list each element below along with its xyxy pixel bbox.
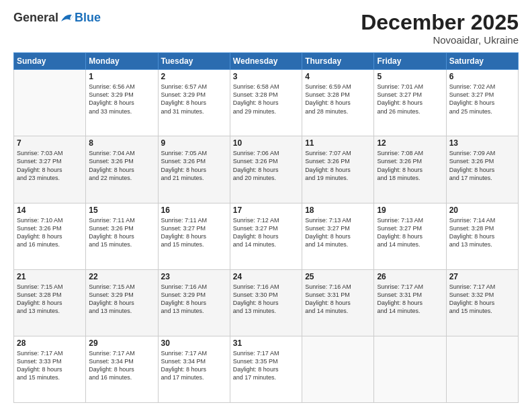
calendar-cell: 5Sunrise: 7:01 AM Sunset: 3:27 PM Daylig… [374,70,446,136]
day-info: Sunrise: 7:17 AM Sunset: 3:33 PM Dayligh… [17,349,83,382]
day-info: Sunrise: 7:17 AM Sunset: 3:34 PM Dayligh… [161,349,227,382]
calendar-cell: 24Sunrise: 7:16 AM Sunset: 3:30 PM Dayli… [230,269,302,336]
calendar-cell: 19Sunrise: 7:13 AM Sunset: 3:27 PM Dayli… [374,203,446,269]
day-info: Sunrise: 7:17 AM Sunset: 3:31 PM Dayligh… [377,283,443,316]
day-number: 21 [17,272,83,281]
day-number: 29 [89,338,154,348]
day-info: Sunrise: 7:16 AM Sunset: 3:30 PM Dayligh… [233,283,299,316]
calendar-week-row: 14Sunrise: 7:10 AM Sunset: 3:26 PM Dayli… [14,203,519,269]
day-number: 25 [305,272,371,281]
calendar-cell: 31Sunrise: 7:17 AM Sunset: 3:35 PM Dayli… [230,336,302,402]
day-number: 10 [233,138,299,148]
day-info: Sunrise: 7:11 AM Sunset: 3:27 PM Dayligh… [161,216,227,249]
weekday-header-sunday: Sunday [14,53,86,70]
month-title: December 2025 [361,11,519,34]
day-number: 7 [17,138,83,148]
calendar-cell [374,336,446,402]
day-number: 26 [377,272,443,281]
day-info: Sunrise: 7:15 AM Sunset: 3:29 PM Dayligh… [89,283,154,316]
day-info: Sunrise: 7:09 AM Sunset: 3:26 PM Dayligh… [449,149,515,182]
day-info: Sunrise: 6:58 AM Sunset: 3:28 PM Dayligh… [233,83,299,116]
calendar-cell: 18Sunrise: 7:13 AM Sunset: 3:27 PM Dayli… [302,203,374,269]
day-number: 28 [17,338,83,348]
day-number: 22 [89,272,154,281]
day-number: 2 [161,72,227,81]
day-number: 23 [161,272,227,281]
calendar-cell: 28Sunrise: 7:17 AM Sunset: 3:33 PM Dayli… [14,336,86,402]
day-info: Sunrise: 7:14 AM Sunset: 3:28 PM Dayligh… [449,216,515,249]
day-info: Sunrise: 7:16 AM Sunset: 3:29 PM Dayligh… [161,283,227,316]
day-info: Sunrise: 7:16 AM Sunset: 3:31 PM Dayligh… [305,283,371,316]
calendar-cell [302,336,374,402]
calendar-cell: 11Sunrise: 7:07 AM Sunset: 3:26 PM Dayli… [302,136,374,203]
day-number: 24 [233,272,299,281]
calendar-cell: 23Sunrise: 7:16 AM Sunset: 3:29 PM Dayli… [158,269,230,336]
calendar-week-row: 1Sunrise: 6:56 AM Sunset: 3:29 PM Daylig… [14,70,519,136]
day-info: Sunrise: 7:06 AM Sunset: 3:26 PM Dayligh… [233,149,299,182]
day-info: Sunrise: 7:12 AM Sunset: 3:27 PM Dayligh… [233,216,299,249]
day-number: 13 [449,138,515,148]
calendar-week-row: 21Sunrise: 7:15 AM Sunset: 3:28 PM Dayli… [14,269,519,336]
day-number: 20 [449,205,515,215]
day-info: Sunrise: 7:03 AM Sunset: 3:27 PM Dayligh… [17,149,83,182]
page: General Blue December 2025 Novoaidar, Uk… [0,0,532,411]
calendar-cell: 14Sunrise: 7:10 AM Sunset: 3:26 PM Dayli… [14,203,86,269]
calendar-cell [446,336,518,402]
calendar-cell: 8Sunrise: 7:04 AM Sunset: 3:26 PM Daylig… [86,136,158,203]
day-info: Sunrise: 6:56 AM Sunset: 3:29 PM Dayligh… [89,83,154,116]
day-info: Sunrise: 7:05 AM Sunset: 3:26 PM Dayligh… [161,149,227,182]
weekday-header-thursday: Thursday [302,53,374,70]
day-number: 8 [89,138,154,148]
calendar-cell: 9Sunrise: 7:05 AM Sunset: 3:26 PM Daylig… [158,136,230,203]
day-info: Sunrise: 6:59 AM Sunset: 3:28 PM Dayligh… [305,83,371,116]
weekday-header-tuesday: Tuesday [158,53,230,70]
calendar-cell: 6Sunrise: 7:02 AM Sunset: 3:27 PM Daylig… [446,70,518,136]
day-info: Sunrise: 7:17 AM Sunset: 3:32 PM Dayligh… [449,283,515,316]
weekday-header-wednesday: Wednesday [230,53,302,70]
logo-blue: Blue [75,11,101,25]
day-info: Sunrise: 6:57 AM Sunset: 3:29 PM Dayligh… [161,83,227,116]
calendar-cell: 1Sunrise: 6:56 AM Sunset: 3:29 PM Daylig… [86,70,158,136]
day-number: 30 [161,338,227,348]
title-block: December 2025 Novoaidar, Ukraine [361,11,519,46]
calendar-cell: 16Sunrise: 7:11 AM Sunset: 3:27 PM Dayli… [158,203,230,269]
calendar-cell: 29Sunrise: 7:17 AM Sunset: 3:34 PM Dayli… [86,336,158,402]
day-number: 1 [89,72,154,81]
weekday-header-monday: Monday [86,53,158,70]
logo: General Blue [13,11,101,25]
location-subtitle: Novoaidar, Ukraine [361,34,519,46]
calendar-cell: 26Sunrise: 7:17 AM Sunset: 3:31 PM Dayli… [374,269,446,336]
day-info: Sunrise: 7:04 AM Sunset: 3:26 PM Dayligh… [89,149,154,182]
calendar-cell: 30Sunrise: 7:17 AM Sunset: 3:34 PM Dayli… [158,336,230,402]
calendar-cell: 22Sunrise: 7:15 AM Sunset: 3:29 PM Dayli… [86,269,158,336]
calendar-table: SundayMondayTuesdayWednesdayThursdayFrid… [13,52,519,403]
calendar-cell: 7Sunrise: 7:03 AM Sunset: 3:27 PM Daylig… [14,136,86,203]
day-info: Sunrise: 7:01 AM Sunset: 3:27 PM Dayligh… [377,83,443,116]
day-number: 17 [233,205,299,215]
calendar-cell: 2Sunrise: 6:57 AM Sunset: 3:29 PM Daylig… [158,70,230,136]
day-number: 27 [449,272,515,281]
calendar-cell [14,70,86,136]
day-number: 12 [377,138,443,148]
day-number: 3 [233,72,299,81]
calendar-cell: 25Sunrise: 7:16 AM Sunset: 3:31 PM Dayli… [302,269,374,336]
day-info: Sunrise: 7:07 AM Sunset: 3:26 PM Dayligh… [305,149,371,182]
day-info: Sunrise: 7:08 AM Sunset: 3:26 PM Dayligh… [377,149,443,182]
calendar-cell: 10Sunrise: 7:06 AM Sunset: 3:26 PM Dayli… [230,136,302,203]
weekday-header-row: SundayMondayTuesdayWednesdayThursdayFrid… [14,53,519,70]
calendar-cell: 12Sunrise: 7:08 AM Sunset: 3:26 PM Dayli… [374,136,446,203]
day-number: 19 [377,205,443,215]
day-info: Sunrise: 7:13 AM Sunset: 3:27 PM Dayligh… [305,216,371,249]
day-info: Sunrise: 7:17 AM Sunset: 3:34 PM Dayligh… [89,349,154,382]
day-number: 9 [161,138,227,148]
day-info: Sunrise: 7:15 AM Sunset: 3:28 PM Dayligh… [17,283,83,316]
day-number: 5 [377,72,443,81]
calendar-cell: 27Sunrise: 7:17 AM Sunset: 3:32 PM Dayli… [446,269,518,336]
day-number: 6 [449,72,515,81]
day-number: 18 [305,205,371,215]
logo-general: General [13,11,58,25]
calendar-week-row: 7Sunrise: 7:03 AM Sunset: 3:27 PM Daylig… [14,136,519,203]
logo-bird-icon [60,12,75,24]
calendar-cell: 17Sunrise: 7:12 AM Sunset: 3:27 PM Dayli… [230,203,302,269]
calendar-cell: 21Sunrise: 7:15 AM Sunset: 3:28 PM Dayli… [14,269,86,336]
